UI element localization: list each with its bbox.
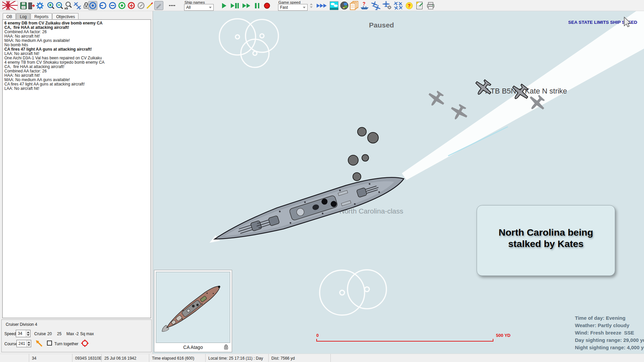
circle-compass-toggle[interactable] bbox=[137, 1, 146, 10]
zoom-in-button[interactable] bbox=[46, 1, 55, 10]
log-line: LAA: No aircraft hit! bbox=[4, 86, 149, 91]
atago-sprite bbox=[156, 272, 230, 343]
weather-view-button[interactable] bbox=[329, 1, 338, 10]
course-stepper-arrows[interactable] bbox=[26, 340, 31, 347]
flak-bursts bbox=[348, 127, 378, 181]
svg-text:x5: x5 bbox=[64, 6, 68, 10]
status-cell-speed: 34 bbox=[29, 354, 72, 362]
spinner-up-icon bbox=[310, 3, 313, 5]
battleship-sprite[interactable] bbox=[205, 168, 408, 252]
fast-forward-button[interactable] bbox=[241, 1, 251, 10]
combat-log[interactable]: 6 enemy DB from CV Zuikaku dive bomb ene… bbox=[2, 19, 151, 318]
aircraft-vectors-button[interactable] bbox=[72, 1, 82, 10]
circle-aircraft-toggle[interactable] bbox=[127, 1, 136, 10]
turn-together-label: Turn together bbox=[54, 342, 78, 346]
play-button[interactable] bbox=[220, 1, 229, 10]
status-cell-elapsed: Time elapsed 616 (600) bbox=[149, 354, 205, 362]
ship-question-icon: ? bbox=[360, 1, 370, 10]
circle-dot-icon bbox=[89, 2, 96, 9]
ship-name-bar: CA Atago bbox=[155, 343, 231, 351]
dots-icon bbox=[174, 5, 175, 6]
reports-stack-button[interactable] bbox=[350, 1, 359, 10]
japanese-ensign-button[interactable] bbox=[2, 1, 18, 10]
scale-tick bbox=[493, 339, 493, 341]
ship-names-value: All bbox=[186, 5, 191, 10]
main-toolbar: x5 bbox=[0, 0, 644, 11]
game-speed-combo[interactable]: Fast bbox=[278, 4, 308, 11]
step-bar-icon bbox=[237, 3, 239, 8]
max-speed-button[interactable] bbox=[315, 1, 329, 10]
help-button[interactable]: ? bbox=[405, 1, 414, 10]
mouse-cursor-icon bbox=[624, 17, 632, 28]
aircraft-settings-button[interactable] bbox=[382, 1, 392, 10]
circle-hand-toggle[interactable] bbox=[98, 1, 107, 10]
printer-icon bbox=[426, 1, 435, 10]
locked-icon bbox=[224, 344, 228, 350]
chevron-down-icon bbox=[209, 7, 212, 8]
search-circles bbox=[219, 19, 386, 315]
svg-text:?: ? bbox=[363, 1, 366, 6]
blade-icon bbox=[155, 2, 163, 10]
zoom-x5-button[interactable]: x5 bbox=[64, 1, 73, 10]
fast-forward-icon bbox=[247, 3, 250, 8]
cruise-label: Cruise bbox=[34, 331, 46, 336]
record-icon bbox=[264, 3, 270, 9]
scatter-aircraft-button[interactable] bbox=[393, 1, 403, 10]
game-speed-spinner[interactable] bbox=[309, 1, 314, 10]
globe-button[interactable] bbox=[340, 1, 349, 10]
print-button[interactable] bbox=[426, 1, 435, 10]
exit-button[interactable] bbox=[27, 1, 36, 10]
tab-ob[interactable]: OB bbox=[3, 13, 16, 20]
env-line: Weather: Partly cloudy bbox=[575, 322, 644, 329]
blue-fast-icon bbox=[320, 4, 323, 8]
step-icon bbox=[231, 3, 234, 8]
overflow-dots-handle[interactable] bbox=[168, 1, 176, 10]
circle-minus-toggle[interactable] bbox=[108, 1, 117, 10]
status-bar: 34 0934S 16310E 25 Jul 06:16 1942 Time e… bbox=[0, 354, 644, 362]
ship-name: CA Atago bbox=[183, 345, 203, 350]
notes-button[interactable] bbox=[415, 1, 424, 10]
ship-preview-view[interactable] bbox=[156, 272, 230, 343]
scale-end-label: 500 YD bbox=[496, 333, 511, 338]
globe-icon bbox=[340, 1, 349, 10]
circle-compass-icon bbox=[138, 2, 145, 9]
record-button[interactable] bbox=[262, 1, 271, 10]
zoom-x5-icon: x5 bbox=[64, 1, 72, 10]
japanese-ensign-icon bbox=[2, 1, 18, 10]
stepper-down-icon bbox=[27, 334, 30, 336]
squadron-max-label: Sq max bbox=[80, 331, 94, 336]
ship-info-button[interactable]: ? bbox=[360, 1, 370, 10]
target-crosshair-button[interactable] bbox=[81, 339, 89, 347]
fast-forward-icon bbox=[243, 3, 246, 8]
speed-stepper[interactable]: 34 bbox=[16, 330, 31, 337]
course-stepper[interactable]: 241 bbox=[16, 340, 31, 347]
map-scale-bar: 0 500 YD bbox=[316, 333, 495, 344]
circle-dot-toggle[interactable] bbox=[88, 1, 97, 10]
chevron-down-icon bbox=[303, 7, 306, 8]
ship-wake bbox=[402, 11, 644, 180]
tab-reports[interactable]: Reports bbox=[31, 13, 52, 20]
map-note-text: North Carolina being stalked by Kates bbox=[477, 227, 615, 249]
pause-button[interactable] bbox=[253, 1, 262, 10]
play-icon bbox=[222, 3, 226, 8]
step-button[interactable] bbox=[229, 1, 240, 10]
zoom-out-button[interactable] bbox=[55, 1, 64, 10]
speed-stepper-arrows[interactable] bbox=[26, 330, 30, 337]
turn-together-checkbox[interactable] bbox=[47, 341, 52, 346]
circle-green-dot-toggle[interactable] bbox=[117, 1, 126, 10]
app-window: { "window": { "paused_label": "Paused" }… bbox=[0, 0, 644, 362]
game-speed-value: Fast bbox=[280, 5, 288, 10]
paused-indicator: Paused bbox=[369, 21, 394, 29]
eraser-button[interactable] bbox=[154, 1, 163, 10]
tab-log[interactable]: Log bbox=[16, 13, 30, 20]
ship-names-combo[interactable]: All bbox=[184, 4, 214, 11]
status-cell-position: 0934S 16310E bbox=[72, 354, 101, 362]
save-button[interactable] bbox=[19, 1, 28, 10]
documents-icon bbox=[350, 1, 359, 10]
draw-line-button[interactable] bbox=[146, 1, 154, 10]
settings-button[interactable] bbox=[35, 1, 44, 10]
status-cell-date: 25 Jul 06:16 1942 bbox=[101, 354, 149, 362]
tab-objectives[interactable]: Objectives bbox=[52, 13, 78, 20]
svg-text:?: ? bbox=[408, 3, 411, 8]
aircraft-pair-button[interactable] bbox=[370, 1, 381, 10]
